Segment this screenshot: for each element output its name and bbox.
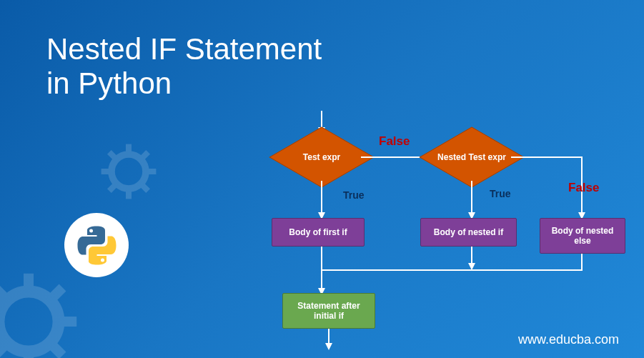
- process-statement-after-if: Statement after initial if: [282, 293, 375, 329]
- arrow-line: [471, 181, 472, 215]
- python-logo-badge: [64, 213, 129, 277]
- gear-icon: [0, 272, 79, 358]
- svg-rect-2: [126, 189, 132, 199]
- decision-test-expr: Test expr: [279, 132, 365, 182]
- arrow-head-down-icon: [325, 343, 332, 350]
- process-body-nested-if: Body of nested if: [420, 218, 517, 247]
- page-title: Nested IF Statement in Python: [46, 32, 322, 101]
- flowchart: Test expr False Nested Test expr False T…: [222, 111, 636, 354]
- arrow-line: [321, 181, 322, 215]
- arrow-line: [581, 254, 583, 269]
- label-true: True: [343, 189, 365, 201]
- decision-label: Test expr: [303, 152, 340, 162]
- box-label: Body of first if: [289, 227, 347, 237]
- title-line-1: Nested IF Statement: [46, 32, 322, 66]
- arrow-line: [321, 111, 322, 129]
- box-label: Statement after initial if: [293, 301, 365, 321]
- arrow-line: [321, 247, 322, 291]
- decision-label: Nested Test expr: [437, 152, 506, 162]
- decision-nested-test-expr: Nested Test expr: [429, 132, 515, 182]
- svg-rect-11: [24, 352, 34, 358]
- svg-point-0: [112, 154, 146, 189]
- label-false: False: [379, 134, 410, 149]
- svg-rect-1: [126, 144, 132, 154]
- svg-rect-10: [24, 274, 34, 292]
- box-label: Body of nested if: [434, 227, 503, 237]
- arrow-line: [511, 156, 583, 158]
- arrow-line: [322, 269, 583, 271]
- title-line-2: in Python: [46, 66, 322, 101]
- svg-rect-4: [146, 169, 156, 174]
- process-body-nested-else: Body of nested else: [540, 218, 625, 254]
- arrow-line: [328, 329, 330, 344]
- box-label: Body of nested else: [550, 226, 615, 246]
- svg-rect-3: [101, 169, 112, 174]
- gear-icon: [100, 143, 157, 200]
- python-icon: [77, 226, 117, 265]
- process-body-first-if: Body of first if: [272, 218, 365, 247]
- arrow-line: [471, 247, 472, 264]
- website-url: www.educba.com: [518, 332, 619, 347]
- svg-point-9: [0, 292, 59, 352]
- label-false: False: [568, 181, 599, 195]
- label-true: True: [490, 188, 511, 199]
- svg-rect-13: [59, 317, 76, 327]
